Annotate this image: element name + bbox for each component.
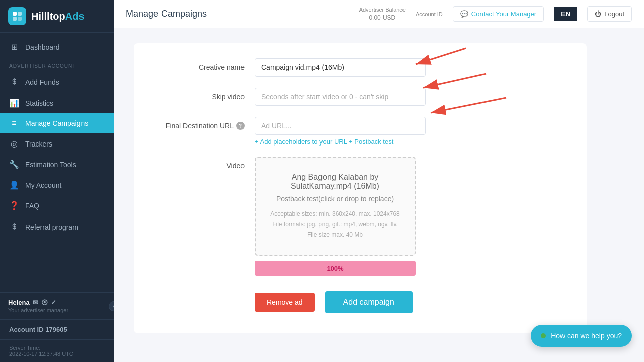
faq-icon: ❓ — [9, 201, 19, 210]
logo-icon — [8, 7, 26, 25]
sidebar-item-label: Add Funds — [25, 78, 59, 86]
sidebar-user: Helena ✉ ⦿ ✓ Your advertiser manager ‹ — [0, 292, 114, 319]
sidebar-item-label: My Account — [25, 181, 61, 189]
statistics-icon: 📊 — [9, 98, 19, 108]
form-section: Creative name Skip video Final Destinati… — [134, 43, 587, 333]
svg-rect-2 — [13, 17, 17, 21]
svg-rect-0 — [13, 12, 17, 16]
mail-icon[interactable]: ✉ — [33, 299, 38, 306]
remove-ad-button[interactable]: Remove ad — [255, 293, 315, 312]
account-id-section: Account ID 179605 — [0, 319, 114, 339]
user-name: Helena ✉ ⦿ ✓ — [8, 299, 106, 306]
sidebar-item-label: Statistics — [25, 99, 53, 107]
add-placeholders-link[interactable]: + Add placeholders to your URL + Postbac… — [255, 138, 567, 146]
sidebar-item-label: FAQ — [25, 202, 39, 210]
creative-name-field — [255, 58, 567, 77]
help-icon[interactable]: ? — [236, 122, 245, 130]
sidebar-nav: ⊞ Dashboard ADVERTISER ACCOUNT ＄ Add Fun… — [0, 33, 114, 292]
chat-bubble[interactable]: How can we help you? — [531, 325, 632, 347]
advertiser-account-section: ADVERTISER ACCOUNT — [0, 57, 114, 71]
language-button[interactable]: EN — [554, 7, 577, 21]
skip-video-input[interactable] — [255, 88, 426, 106]
upload-progress-bar: 100% — [255, 261, 416, 276]
topbar-account-id: Account ID — [416, 11, 443, 17]
logout-button[interactable]: ⏻ Logout — [587, 6, 632, 22]
upload-subtitle: Postback test(click or drop to replace) — [266, 195, 405, 203]
account-id-label: Account ID — [416, 11, 443, 17]
sidebar-item-label: Manage Campaigns — [25, 119, 88, 127]
logo-text: HillltopAds — [31, 11, 85, 22]
action-row: Remove ad Add campaign — [154, 291, 567, 313]
user-info: Helena ✉ ⦿ ✓ Your advertiser manager — [8, 299, 106, 313]
contact-manager-button[interactable]: 💬 Contact Your Manager — [453, 6, 544, 22]
sidebar-item-label: Dashboard — [25, 43, 60, 51]
video-upload-area[interactable]: Ang Bagong Kalaban by SulatKamay.mp4 (16… — [255, 157, 416, 256]
chat-icon: 💬 — [460, 10, 468, 18]
balance-label: Advertiser Balance — [359, 7, 406, 13]
main-content: Manage Campaigns Advertiser Balance 0.00… — [114, 0, 644, 362]
sidebar: HillltopAds ⊞ Dashboard ADVERTISER ACCOU… — [0, 0, 114, 362]
balance-value: 0.00 USD — [359, 13, 406, 21]
final-destination-row: Final Destination URL ? + Add placeholde… — [154, 117, 567, 146]
sidebar-item-dashboard[interactable]: ⊞ Dashboard — [0, 37, 114, 57]
advertiser-balance: Advertiser Balance 0.00 USD — [359, 7, 406, 21]
final-destination-label: Final Destination URL ? — [154, 117, 255, 130]
server-time: Server Time: 2022-10-17 12:37:48 UTC — [0, 339, 114, 362]
sidebar-item-label: Trackers — [25, 140, 52, 148]
sidebar-item-label: Estimation Tools — [25, 161, 76, 169]
sidebar-item-manage-campaigns[interactable]: ≡ Manage Campaigns — [0, 113, 114, 133]
upload-title: Ang Bagong Kalaban by SulatKamay.mp4 (16… — [266, 173, 405, 191]
upload-hint: Acceptable sizes: min. 360x240, max. 102… — [266, 209, 405, 240]
estimation-tools-icon: 🔧 — [9, 160, 19, 169]
dashboard-icon: ⊞ — [9, 42, 19, 52]
ad-url-input[interactable] — [255, 117, 426, 135]
referral-icon: ＄ — [9, 222, 19, 232]
content-area: Creative name Skip video Final Destinati… — [114, 28, 644, 362]
account-id-label: Account ID 179605 — [9, 326, 105, 333]
video-label: Video — [154, 157, 255, 170]
manage-campaigns-icon: ≡ — [9, 119, 19, 128]
add-campaign-button[interactable]: Add campaign — [325, 291, 413, 313]
check-icon[interactable]: ✓ — [51, 299, 56, 306]
creative-name-row: Creative name — [154, 58, 567, 77]
creative-name-input[interactable] — [255, 58, 426, 77]
svg-rect-1 — [18, 12, 22, 16]
sidebar-item-faq[interactable]: ❓ FAQ — [0, 195, 114, 216]
skip-video-field — [255, 88, 567, 106]
chat-online-dot — [541, 333, 546, 338]
skip-video-row: Skip video — [154, 88, 567, 106]
creative-name-label: Creative name — [154, 58, 255, 71]
video-row: Video Ang Bagong Kalaban by SulatKamay.m… — [154, 157, 567, 276]
my-account-icon: 👤 — [9, 180, 19, 190]
sidebar-item-add-funds[interactable]: ＄ Add Funds — [0, 71, 114, 93]
skip-video-label: Skip video — [154, 88, 255, 101]
sidebar-item-referral[interactable]: ＄ Referral program — [0, 216, 114, 238]
chat-label: How can we help you? — [551, 332, 622, 340]
add-funds-icon: ＄ — [9, 77, 19, 87]
trackers-icon: ◎ — [9, 139, 19, 149]
progress-text: 100% — [327, 265, 343, 272]
video-field: Ang Bagong Kalaban by SulatKamay.mp4 (16… — [255, 157, 567, 276]
topbar: Manage Campaigns Advertiser Balance 0.00… — [114, 0, 644, 28]
sidebar-item-trackers[interactable]: ◎ Trackers — [0, 133, 114, 154]
skype-icon[interactable]: ⦿ — [41, 299, 48, 306]
svg-rect-3 — [18, 17, 22, 21]
sidebar-item-label: Referral program — [25, 223, 78, 231]
progress-wrap: 100% — [255, 261, 416, 276]
final-destination-field: + Add placeholders to your URL + Postbac… — [255, 117, 567, 146]
page-title: Manage Campaigns — [126, 9, 359, 19]
sidebar-item-estimation-tools[interactable]: 🔧 Estimation Tools — [0, 154, 114, 175]
sidebar-item-statistics[interactable]: 📊 Statistics — [0, 93, 114, 113]
collapse-sidebar-button[interactable]: ‹ — [109, 301, 114, 311]
logout-icon: ⏻ — [595, 10, 601, 18]
user-role: Your advertiser manager — [8, 307, 106, 313]
sidebar-item-my-account[interactable]: 👤 My Account — [0, 175, 114, 195]
topbar-right: Advertiser Balance 0.00 USD Account ID 💬… — [359, 6, 632, 22]
logo[interactable]: HillltopAds — [0, 0, 114, 33]
